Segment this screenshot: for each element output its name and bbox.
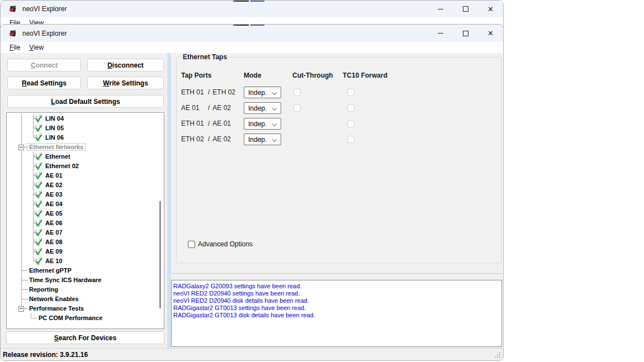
tree-item-label: LIN 04 — [45, 115, 64, 122]
chevron-down-icon — [272, 121, 277, 126]
read-settings-button[interactable]: Read Settings — [7, 77, 81, 89]
tree-scrollbar-thumb[interactable] — [159, 201, 161, 308]
mode-select[interactable]: Indep. — [244, 102, 281, 114]
mode-select[interactable]: Indep. — [244, 134, 281, 145]
app-icon — [8, 29, 17, 38]
tree-item[interactable]: Performance Tests — [7, 304, 164, 313]
minimize-button[interactable] — [428, 1, 453, 17]
network-check-icon — [34, 200, 42, 208]
message-log[interactable]: RADGalaxy2 G20093 settings have been rea… — [171, 280, 502, 347]
search-for-devices-button[interactable]: Search For Devices — [6, 331, 164, 344]
tree-item[interactable]: LIN 05 — [7, 123, 164, 133]
tree-item[interactable]: Ethernet 02 — [7, 161, 164, 171]
minimize-button[interactable] — [428, 25, 453, 42]
tree-item[interactable]: AE 08 — [7, 237, 164, 247]
ethernet-taps-group: Ethernet Taps Tap Ports Mode Cut-Through… — [176, 57, 502, 263]
tree-item[interactable]: Reporting — [7, 285, 164, 294]
tree-connector-line — [22, 299, 28, 299]
screen: neoVI Explorer ✕ File View neoVI Explore… — [0, 0, 644, 362]
tree-item[interactable]: PC COM Performance — [7, 313, 164, 323]
tree-item[interactable]: Ethernet — [7, 152, 164, 161]
tree-item[interactable]: LIN 04 — [7, 114, 164, 123]
tap-port-a: ETH 02 — [181, 135, 208, 143]
menu-file[interactable]: File — [5, 42, 25, 53]
tree-item[interactable]: Network Enables — [7, 294, 164, 304]
tree-connector-line — [21, 209, 22, 218]
menu-view[interactable]: View — [25, 42, 48, 53]
tap-port-a: AE 01 — [181, 104, 208, 112]
tree-connector-line — [22, 270, 28, 271]
chevron-down-icon — [272, 106, 277, 111]
tree-item-label: AE 02 — [45, 182, 63, 188]
titlebar[interactable]: neoVI Explorer ✕ — [1, 25, 503, 42]
tree-item[interactable]: AE 05 — [7, 209, 164, 218]
tree-item-label: Ethernet — [45, 153, 70, 160]
tree-item-label: AE 04 — [45, 201, 63, 207]
tap-port-a: ETH 01 — [181, 88, 208, 96]
network-check-icon — [34, 134, 42, 142]
tap-port-separator: / — [208, 135, 210, 143]
tree-item[interactable]: LIN 06 — [7, 133, 164, 142]
column-header-tc10-forward: TC10 Forward — [343, 72, 387, 79]
tree-item-label: Ethernet gPTP — [29, 267, 72, 274]
collapse-toggle-icon[interactable] — [18, 145, 24, 150]
mode-select[interactable]: Indep. — [244, 87, 281, 98]
tree-item[interactable]: Ethernet gPTP — [7, 266, 164, 275]
background-titlebar[interactable]: neoVI Explorer ✕ — [1, 1, 503, 17]
tree-connector-line — [21, 228, 22, 237]
network-check-icon — [34, 153, 42, 161]
tap-port-b: AE 02 — [212, 104, 231, 112]
tree-item-label: AE 08 — [45, 239, 63, 245]
tree-item[interactable]: AE 04 — [7, 199, 164, 209]
tree-item[interactable]: AE 03 — [7, 190, 164, 199]
chevron-down-icon — [272, 137, 277, 142]
write-settings-button[interactable]: Write Settings — [87, 77, 164, 89]
tree-item-label: AE 01 — [45, 172, 63, 179]
cut-through-checkbox[interactable] — [293, 104, 301, 112]
disconnect-button[interactable]: Disconnect — [87, 59, 164, 72]
tree-item[interactable]: AE 06 — [7, 218, 164, 228]
tap-rows: ETH 01/ETH 02 Indep. AE 01/AE 02 — [177, 87, 501, 149]
close-button[interactable]: ✕ — [478, 1, 503, 17]
tc10-forward-checkbox[interactable] — [347, 104, 354, 112]
connect-button[interactable]: Connect — [7, 59, 81, 72]
tree-item[interactable]: Ethernet Networks — [7, 142, 164, 152]
mode-value: Indep. — [248, 136, 267, 144]
mode-select[interactable]: Indep. — [244, 118, 281, 130]
tree-item[interactable]: AE 02 — [7, 180, 164, 190]
tap-ports-label: ETH 01/AE 01 — [181, 120, 231, 127]
tree-item-label: Performance Tests — [29, 305, 84, 312]
load-default-settings-button[interactable]: Load Default Settings — [7, 95, 164, 108]
tree-item-label: Ethernet 02 — [45, 163, 79, 169]
collapse-toggle-icon[interactable] — [18, 306, 24, 312]
resize-grip[interactable] — [499, 356, 500, 358]
maximize-button[interactable] — [453, 25, 478, 42]
tc10-forward-checkbox[interactable] — [347, 120, 354, 127]
maximize-icon — [463, 6, 468, 12]
tree-item-label: Time Sync ICS Hardware — [29, 277, 101, 283]
network-check-icon — [34, 257, 42, 265]
tap-port-separator: / — [208, 120, 210, 127]
network-check-icon — [34, 209, 42, 218]
tc10-forward-checkbox[interactable] — [347, 136, 354, 143]
tree-item-label: AE 06 — [45, 220, 63, 226]
tree-item[interactable]: AE 07 — [7, 228, 164, 237]
maximize-button[interactable] — [453, 1, 478, 17]
tree-connector-line — [21, 199, 22, 209]
app-icon — [8, 4, 17, 13]
tree-connector-line — [31, 318, 37, 318]
tree-item[interactable]: Time Sync ICS Hardware — [7, 275, 164, 285]
tree-connector-line — [21, 190, 22, 199]
log-line: RADGalaxy2 G20093 settings have been rea… — [173, 283, 500, 290]
network-check-icon — [34, 172, 42, 180]
tree-item[interactable]: AE 10 — [7, 256, 164, 266]
cut-through-checkbox[interactable] — [293, 89, 301, 96]
advanced-options-checkbox[interactable] — [188, 241, 195, 248]
tree-item[interactable]: AE 09 — [7, 247, 164, 256]
tree-connector-line — [22, 280, 28, 280]
window-title: neoVI Explorer — [22, 5, 67, 13]
close-button[interactable]: ✕ — [478, 25, 503, 42]
tc10-forward-checkbox[interactable] — [347, 89, 354, 96]
network-check-icon — [34, 219, 42, 227]
tree-item[interactable]: AE 01 — [7, 171, 164, 180]
